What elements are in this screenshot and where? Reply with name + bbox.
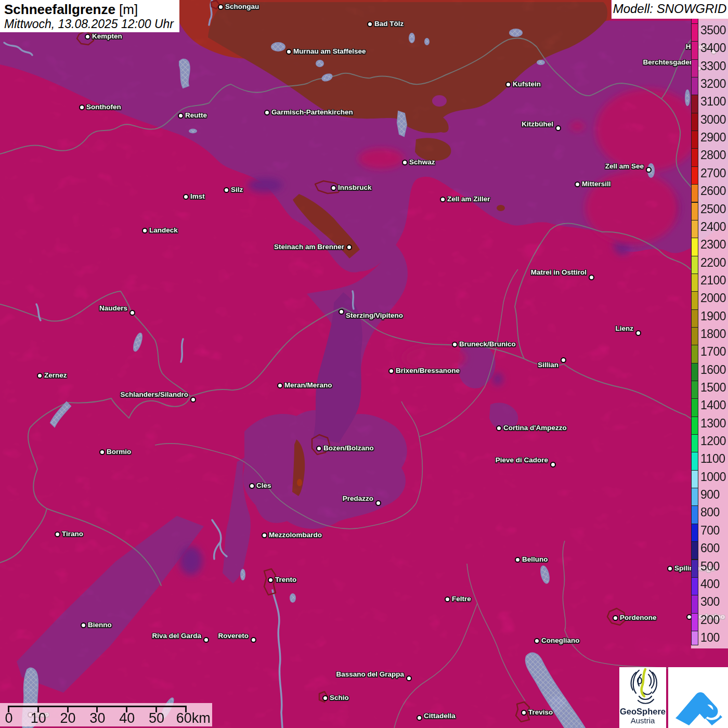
- city-dot-rovereto: [251, 637, 256, 643]
- title-box: Schneefallgrenze [m] Mittwoch, 13.08.202…: [0, 0, 179, 32]
- city-label-kitzb-hel: Kitzbühel: [522, 120, 553, 128]
- city-label-belluno: Belluno: [522, 555, 548, 563]
- scale-bar: 0102030405060km: [0, 703, 212, 726]
- city-label-mittersill: Mittersill: [582, 180, 611, 188]
- geosphere-swirl-icon: [626, 667, 660, 705]
- city-label-schongau: Schongau: [225, 3, 259, 10]
- city-dot-zell-am-see: [646, 167, 652, 173]
- scale-bar-label: 10: [31, 710, 46, 726]
- city-label-riva-del-garda: Riva del Garda: [152, 632, 201, 640]
- title-datetime: Mittwoch, 13.08.2025 12:00 Uhr: [4, 17, 175, 31]
- city-dot-riva-del-garda: [203, 637, 209, 643]
- city-dot-zell-am-ziller: [440, 197, 446, 202]
- city-label-sonthofen: Sonthofen: [86, 103, 121, 111]
- city-label-bozen-bolzano: Bozen/Bolzano: [323, 444, 374, 452]
- city-dot-treviso: [521, 710, 527, 716]
- scale-bar-label: 60km: [176, 710, 211, 726]
- scale-bar-label: 40: [119, 710, 135, 726]
- city-label-zell-am-see: Zell am See: [605, 162, 644, 170]
- city-dot-mittersill: [575, 181, 580, 187]
- geosphere-logo-country: Austria: [619, 716, 666, 725]
- city-dot-pieve-di-cadore: [550, 462, 556, 467]
- city-layer: SchongauBad TölzKemptenMurnau am Staffel…: [0, 0, 728, 728]
- city-dot-cles: [249, 483, 255, 489]
- scale-bar-label: 50: [149, 710, 164, 726]
- city-dot-schwaz: [402, 160, 408, 165]
- city-dot-sterzing-vipiteno: [339, 309, 344, 315]
- city-label-pordenone: Pordenone: [620, 614, 657, 621]
- scale-bar-label: 20: [60, 710, 76, 726]
- city-dot-brixen-bressanone: [388, 368, 394, 374]
- city-label-cortina-d-ampezzo: Cortina d'Ampezzo: [503, 424, 567, 432]
- scale-bar-label: 30: [89, 710, 105, 726]
- city-dot-zernez: [37, 373, 43, 379]
- city-dot-bormio: [99, 449, 105, 455]
- city-label-bormio: Bormio: [107, 448, 131, 456]
- model-label: Modell: SNOWGRID: [613, 2, 727, 16]
- city-label-imst: Imst: [190, 192, 205, 200]
- city-dot-sonthofen: [79, 105, 85, 110]
- city-dot-cittadella: [417, 715, 422, 721]
- city-label-feltre: Feltre: [452, 595, 471, 603]
- city-dot-belluno: [515, 557, 521, 563]
- city-label-codroipo: Codroipo: [694, 613, 725, 620]
- city-label-tirano: Tirano: [62, 530, 83, 538]
- mountain-logo-icon: [668, 667, 728, 728]
- city-label-cittadella: Cittadella: [424, 712, 456, 720]
- city-dot-bienno: [81, 622, 86, 628]
- city-dot-matrei-in-osttirol: [589, 275, 594, 280]
- city-dot-bad-t-lz: [367, 21, 373, 27]
- city-label-garmisch-partenkirchen: Garmisch-Partenkirchen: [271, 108, 353, 116]
- scale-bar-label: 0: [5, 710, 12, 726]
- city-label-matrei-in-osttirol: Matrei in Osttirol: [531, 268, 587, 276]
- city-dot-schongau: [218, 4, 224, 10]
- city-dot-conegliano: [534, 638, 540, 644]
- city-dot-spilimbergo: [667, 566, 673, 571]
- city-dot-cortina-d-ampezzo: [496, 425, 502, 431]
- city-label-berchtesgaden: Berchtesgaden: [643, 58, 694, 66]
- title-unit: [m]: [119, 2, 138, 17]
- city-dot-sillian: [561, 357, 566, 363]
- title-variable: Schneefallgrenze: [4, 2, 115, 17]
- city-label-spilimbergo: Spilimbergo: [674, 564, 715, 572]
- snowfall-limit-map: SchongauBad TölzKemptenMurnau am Staffel…: [0, 0, 728, 728]
- page-title: Schneefallgrenze [m]: [4, 2, 175, 17]
- city-dot-innsbruck: [331, 185, 336, 191]
- city-label-murnau-am-staffelsee: Murnau am Staffelsee: [293, 47, 366, 55]
- city-dot-schlanders-silandro: [190, 397, 196, 402]
- city-label-steinach-am-brenner: Steinach am Brenner: [274, 243, 344, 251]
- city-dot-bassano-del-grappa: [406, 675, 412, 681]
- city-label-schlanders-silandro: Schlanders/Silandro: [120, 391, 188, 398]
- city-label-mezzolombardo: Mezzolombardo: [269, 531, 322, 539]
- city-dot-lienz: [635, 330, 641, 336]
- city-label-bad-t-lz: Bad Tölz: [374, 20, 404, 28]
- city-label-lienz: Lienz: [615, 324, 633, 332]
- city-dot-kitzb-hel: [555, 125, 561, 131]
- geosphere-logo-box: GeoSphere Austria: [619, 667, 666, 728]
- city-dot-imst: [183, 194, 189, 200]
- city-dot-berchtesgaden: [696, 66, 701, 71]
- city-dot-meran-merano: [277, 383, 283, 388]
- city-label-trento: Trento: [275, 576, 296, 583]
- partner-logo-box: [668, 667, 728, 728]
- city-dot-hallein: [711, 49, 717, 55]
- city-label-zernez: Zernez: [44, 371, 67, 379]
- city-dot-schio: [322, 695, 328, 701]
- city-label-kufstein: Kufstein: [513, 80, 541, 88]
- city-dot-codroipo: [686, 614, 692, 620]
- city-label-conegliano: Conegliano: [541, 636, 580, 644]
- city-label-bruneck-brunico: Bruneck/Brunico: [459, 340, 516, 348]
- city-label-zell-am-ziller: Zell am Ziller: [447, 195, 490, 203]
- city-label-bienno: Bienno: [88, 621, 112, 629]
- model-label-box: Modell: SNOWGRID: [612, 0, 728, 19]
- city-label-nauders: Nauders: [99, 304, 127, 312]
- city-label-kempten: Kempten: [92, 32, 122, 40]
- city-label-bassano-del-grappa: Bassano del Grappa: [336, 670, 404, 678]
- city-label-landeck: Landeck: [149, 226, 178, 234]
- city-label-meran-merano: Meran/Merano: [284, 381, 332, 389]
- city-dot-steinach-am-brenner: [346, 244, 352, 250]
- city-label-sterzing-vipiteno: Sterzing/Vipiteno: [346, 311, 403, 319]
- city-dot-bozen-bolzano: [316, 446, 322, 451]
- geosphere-logo-text: GeoSphere: [619, 707, 666, 716]
- city-dot-kempten: [85, 34, 90, 40]
